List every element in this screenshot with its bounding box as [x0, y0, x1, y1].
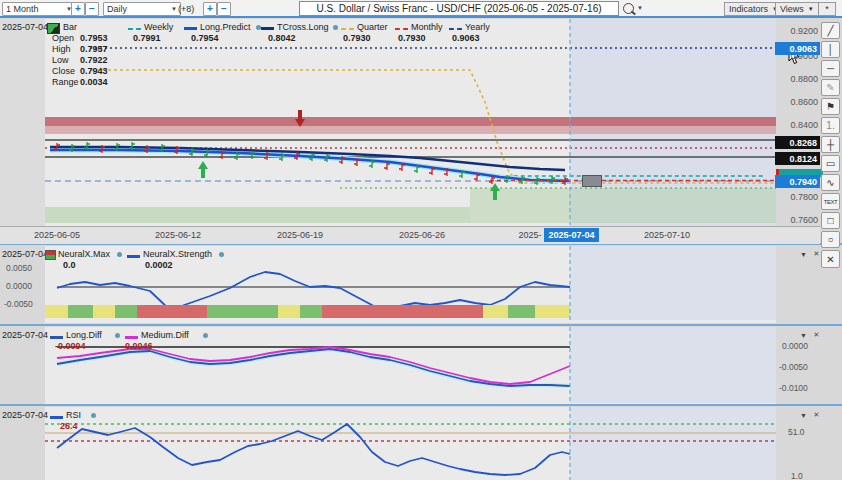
legend-rsi[interactable]: RSI	[66, 410, 81, 420]
info-dot-icon[interactable]	[91, 413, 96, 418]
period-value: 1 Month	[6, 4, 39, 14]
legend-long-predict[interactable]: Long.Predict	[200, 22, 251, 32]
period-select[interactable]: 1 Month ▼	[2, 2, 76, 16]
info-dot-icon[interactable]	[219, 252, 224, 257]
diff-axis-tick: 0.0000	[782, 341, 808, 351]
quarter-value: 0.7930	[343, 33, 371, 43]
neuralx-cursor-date: 2025-07-04	[2, 249, 48, 259]
neuralx-max-icon	[45, 250, 56, 262]
tool-text-icon[interactable]: TEXT	[821, 193, 840, 210]
frequency-select[interactable]: Daily ▼	[103, 2, 181, 16]
tool-numbered-note-icon[interactable]: 1.	[821, 117, 840, 134]
neuralx-axis-tick: 0.0000	[6, 281, 32, 291]
rsi-axis-tick: 51.0	[788, 427, 805, 437]
diff-close-button[interactable]: ✕	[811, 330, 822, 340]
legend-monthly[interactable]: Monthly	[411, 22, 443, 32]
tool-horizontal-line-icon[interactable]: ─	[821, 60, 840, 77]
legend-weekly[interactable]: Weekly	[144, 22, 173, 32]
neuralx-strength-value: 0.0002	[145, 260, 173, 270]
monthly-value: 0.7930	[398, 33, 426, 43]
yearly-price-badge: 0.9063	[775, 42, 820, 55]
tool-delete-drawing-icon[interactable]: ✕	[821, 250, 840, 268]
open-label: Open	[52, 33, 74, 43]
panel-divider[interactable]	[0, 324, 842, 326]
tcross-swatch-icon	[261, 23, 274, 33]
selected-date-badge: 2025-07-04	[544, 228, 599, 242]
tool-trendline-icon[interactable]: ╱	[821, 22, 840, 39]
info-dot-icon[interactable]	[117, 252, 122, 257]
low-label: Low	[52, 55, 69, 65]
tool-pencil-icon[interactable]: ✎	[821, 79, 840, 96]
views-button[interactable]: Views ▼	[775, 2, 823, 16]
medium-diff-value: -0.0046	[122, 341, 153, 351]
tool-vertical-line-icon[interactable]: │	[821, 41, 840, 58]
open-value: 0.7953	[80, 33, 108, 43]
tool-ellipse-icon[interactable]: ○	[821, 231, 840, 248]
neuralx-collapse-button[interactable]: ▼	[798, 249, 809, 259]
add-bars-button[interactable]: +	[203, 2, 217, 16]
legend-neuralx-strength[interactable]: NeuralX.Strength	[143, 249, 212, 259]
low-value: 0.7922	[80, 55, 108, 65]
tool-flag-icon[interactable]: ⚑	[821, 98, 840, 115]
diff-collapse-button[interactable]: ▼	[798, 330, 809, 340]
weekly-swatch-icon	[128, 23, 141, 33]
rsi-cursor-date: 2025-07-04	[2, 410, 48, 420]
legend-medium-diff[interactable]: Medium.Diff	[141, 330, 189, 340]
legend-tcross-long[interactable]: TCross.Long	[277, 22, 329, 32]
symbol-title[interactable]: U.S. Dollar / Swiss Franc - USD/CHF (202…	[299, 1, 619, 16]
rsi-collapse-button[interactable]: ▼	[798, 410, 809, 420]
indicators-button[interactable]: Indicators ▼	[724, 2, 780, 16]
weekly-value: 0.7991	[133, 33, 161, 43]
info-dot-icon[interactable]	[203, 333, 208, 338]
close-label: Close	[52, 66, 75, 76]
legend-bar[interactable]: Bar	[63, 22, 77, 32]
zoom-in-button[interactable]: +	[71, 2, 85, 16]
main-plot-area[interactable]	[45, 19, 776, 226]
date-tick: 2025-07-10	[627, 230, 707, 240]
diff-cursor-date: 2025-07-04	[2, 330, 48, 340]
frequency-value: Daily	[107, 4, 127, 14]
legend-quarter[interactable]: Quarter	[357, 22, 388, 32]
yearly-value: 0.9063	[452, 33, 480, 43]
neuralx-axis-tick: -0.0050	[4, 299, 33, 309]
quarter-swatch-icon	[341, 23, 354, 33]
zoom-out-button[interactable]: −	[85, 2, 99, 16]
tcross-value: 0.8042	[268, 33, 296, 43]
legend-neuralx-max[interactable]: NeuralX.Max	[58, 249, 110, 259]
chevron-down-icon: ▼	[808, 6, 814, 12]
rsi-axis-tick: 1.0	[791, 471, 803, 480]
date-tick: 2025-06-12	[138, 230, 218, 240]
range-value: 0.0034	[80, 77, 108, 87]
rsi-plot-area[interactable]	[45, 407, 776, 480]
search-chevron-icon[interactable]: ▼	[637, 5, 643, 11]
legend-long-diff[interactable]: Long.Diff	[66, 330, 102, 340]
price-line-handle[interactable]	[582, 175, 602, 187]
search-icon[interactable]	[623, 3, 634, 14]
close-value: 0.7943	[80, 66, 108, 76]
tool-callout-icon[interactable]: ▭	[821, 155, 840, 172]
bars-offset-label: (+8)	[178, 4, 194, 14]
tool-wave-icon[interactable]: ∿	[821, 174, 840, 191]
price-tick: 0.8400	[770, 120, 818, 130]
info-dot-icon[interactable]	[115, 333, 120, 338]
upper-price-badge: 0.8268	[775, 136, 820, 149]
remove-bars-button[interactable]: −	[217, 2, 231, 16]
info-dot-icon[interactable]	[333, 25, 338, 30]
range-label: Range	[52, 77, 79, 87]
yearly-swatch-icon	[449, 23, 462, 33]
price-tick: 0.8800	[770, 74, 818, 84]
favorites-button[interactable]: *	[818, 2, 836, 16]
top-toolbar: 1 Month ▼ + − Daily ▼ (+8) + − U.S. Doll…	[0, 0, 842, 18]
neuralx-axis-tick: 0.0050	[6, 263, 32, 273]
diff-axis-tick: -0.0100	[779, 383, 808, 393]
tool-crosshair-icon[interactable]: ┼	[821, 136, 840, 153]
tool-rectangle-icon[interactable]: □	[821, 212, 840, 229]
high-value: 0.7957	[80, 44, 108, 54]
long-predict-swatch-icon	[184, 23, 197, 33]
monthly-swatch-icon	[395, 23, 408, 33]
rsi-close-button[interactable]: ✕	[811, 410, 822, 420]
date-tick: 2025-06-19	[260, 230, 340, 240]
price-tick: 0.8600	[770, 97, 818, 107]
legend-yearly[interactable]: Yearly	[465, 22, 490, 32]
panel-divider[interactable]	[0, 404, 842, 406]
